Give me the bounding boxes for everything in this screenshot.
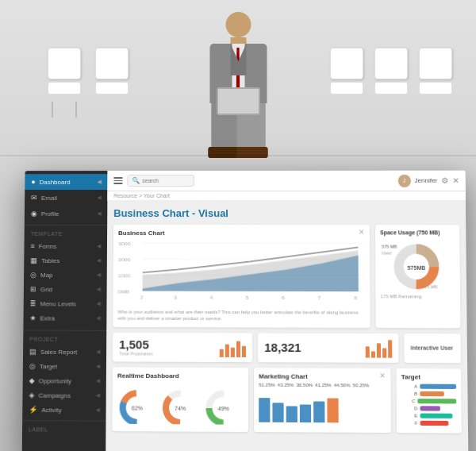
- gauge-chart-3: 49%: [203, 384, 244, 425]
- sidebar: ● Dashboard ◀ ✉ Email ◀ ◉ Profile ◀ Temp…: [22, 171, 108, 451]
- marketing-close-btn[interactable]: ✕: [379, 372, 386, 380]
- topbar-right: J Jennifer ⚙ ✕: [397, 174, 459, 187]
- opportunity-icon: ◆: [29, 376, 35, 384]
- target-bars: A B C D: [401, 384, 457, 426]
- breadcrumb: Resource > Your Chart: [107, 191, 466, 201]
- stat-value-1: 1,505: [119, 337, 153, 351]
- campaigns-icon: ◈: [29, 391, 34, 399]
- marketing-percentages: 51.25% 43.25% 36.50% 41.25% 44.50% 50.25…: [259, 382, 386, 387]
- sidebar-item-email[interactable]: ✉ Email ◀: [25, 190, 107, 206]
- line-chart-svg: 3000 2000 1000 0MB: [117, 239, 365, 303]
- search-bar[interactable]: 🔍: [127, 175, 194, 187]
- map-icon: ◎: [30, 271, 36, 279]
- realtime-title: Realtime Dashboard: [117, 372, 244, 380]
- dashboard-icon: ●: [31, 178, 35, 186]
- chair-right-1: [330, 48, 363, 102]
- svg-text:Used: Used: [382, 251, 391, 256]
- sidebar-item-opportunity[interactable]: ◆ Opportunity ◀: [23, 373, 106, 388]
- space-usage-card: Space Usage (750 MB) 575MB 575 MB: [375, 225, 461, 328]
- interactive-user-card: Interactive User: [404, 333, 461, 363]
- sidebar-section-main: ● Dashboard ◀ ✉ Email ◀ ◉ Profile ◀: [25, 171, 108, 222]
- svg-text:62%: 62%: [132, 406, 143, 411]
- close-icon[interactable]: ✕: [452, 176, 459, 185]
- svg-text:3000: 3000: [118, 241, 131, 246]
- svg-text:4: 4: [209, 295, 213, 300]
- activity-icon: ⚡: [29, 406, 37, 414]
- chart-description: Who is your audience and what are their …: [117, 309, 365, 323]
- svg-text:0MB: 0MB: [118, 289, 130, 294]
- stat-label-1: Total Population: [119, 352, 153, 357]
- chair-left-1: [48, 48, 81, 102]
- main-content: 🔍 J Jennifer ⚙ ✕ Resource > Your Chart B…: [106, 171, 468, 451]
- sidebar-item-grid[interactable]: ⊞ Grid ◀: [24, 282, 107, 296]
- sidebar-item-menu-levels[interactable]: ≣ Menu Levels ◀: [24, 296, 107, 310]
- email-icon: ✉: [31, 194, 37, 202]
- chair-right-2: [374, 48, 408, 102]
- svg-text:1000: 1000: [118, 273, 131, 278]
- chair-right-3: [419, 48, 452, 102]
- settings-icon[interactable]: ⚙: [441, 176, 448, 185]
- gauge-chart-2: 74%: [160, 384, 201, 424]
- svg-text:5: 5: [246, 295, 250, 300]
- sidebar-section-label-label: Label: [22, 424, 106, 435]
- menu-levels-icon: ≣: [30, 299, 36, 307]
- sidebar-item-sales-report[interactable]: ▤ Sales Report ◀: [23, 345, 106, 360]
- gauge-chart-1: 62%: [117, 384, 158, 424]
- chart-title: Business Chart: [118, 229, 365, 237]
- marketing-chart-card: Marketing Chart ✕ 51.25% 43.25% 36.50% 4…: [254, 368, 391, 433]
- svg-marker-9: [143, 250, 359, 291]
- marketing-title: Marketing Chart: [259, 372, 386, 380]
- grid-icon: ⊞: [30, 285, 36, 293]
- target-icon: ◎: [29, 362, 36, 370]
- target-card: Target A B C: [397, 368, 462, 434]
- svg-text:49%: 49%: [218, 406, 229, 411]
- sidebar-item-dashboard[interactable]: ● Dashboard ◀: [25, 174, 107, 190]
- hamburger-button[interactable]: [113, 177, 122, 183]
- page-content: Business Chart - Visual Business Chart ✕…: [106, 201, 468, 451]
- search-input[interactable]: [142, 178, 190, 183]
- svg-text:2: 2: [140, 295, 144, 300]
- space-title: Space Usage (750 MB): [380, 229, 455, 235]
- sidebar-item-forms[interactable]: ≡ Forms ◀: [24, 239, 107, 253]
- tables-icon: ▦: [30, 256, 37, 264]
- svg-text:8: 8: [354, 295, 358, 300]
- sidebar-item-map[interactable]: ◎ Map ◀: [24, 268, 107, 282]
- sidebar-project-label: Project: [23, 334, 106, 345]
- target-title: Target: [401, 373, 456, 381]
- stat-card-revenue: 18,321: [258, 333, 398, 362]
- sidebar-item-profile[interactable]: ◉ Profile ◀: [25, 206, 107, 222]
- svg-text:175 MB: 175 MB: [422, 284, 438, 289]
- stat-mini-bars-2: [366, 338, 393, 358]
- sidebar-item-activity[interactable]: ⚡ Activity ◀: [22, 403, 106, 418]
- sidebar-item-tables[interactable]: ▦ Tables ◀: [24, 253, 107, 268]
- svg-text:3: 3: [174, 295, 178, 300]
- stat-card-users: 1,505 Total Population: [113, 333, 252, 362]
- stat-mini-bars: [220, 337, 246, 357]
- realtime-dashboard-card: Realtime Dashboard ✕ 62%: [112, 367, 248, 431]
- svg-text:7: 7: [318, 295, 322, 300]
- profile-icon: ◉: [31, 210, 37, 218]
- sidebar-item-target[interactable]: ◎ Target ◀: [23, 359, 106, 374]
- interactive-label: Interactive User: [411, 345, 455, 351]
- chart-close-btn[interactable]: ✕: [359, 228, 365, 236]
- person-figure: [209, 12, 268, 158]
- svg-text:2000: 2000: [118, 257, 131, 262]
- svg-text:6: 6: [282, 295, 286, 300]
- sales-icon: ▤: [29, 348, 36, 356]
- extra-icon: ★: [29, 314, 36, 322]
- sidebar-template-label: Template: [25, 229, 108, 239]
- search-icon: 🔍: [132, 177, 140, 184]
- forms-icon: ≡: [30, 242, 34, 250]
- marketing-bars: [259, 390, 386, 423]
- donut-chart-svg: 575MB 575 MB Used 175 MB: [380, 238, 453, 291]
- page-title: Business Chart - Visual: [113, 207, 459, 219]
- sidebar-item-campaigns[interactable]: ◈ Campaigns ◀: [22, 387, 106, 403]
- stat-value-2: 18,321: [264, 341, 301, 354]
- topbar: 🔍 J Jennifer ⚙ ✕: [107, 171, 465, 191]
- sidebar-section-project: Project ▤ Sales Report ◀ ◎ Target ◀ ◆ Op…: [22, 334, 106, 418]
- svg-text:575 MB: 575 MB: [382, 244, 397, 249]
- sidebar-section-template: Template ≡ Forms ◀ ▦ Tables ◀ ◎ Map ◀: [23, 229, 107, 327]
- svg-text:575MB: 575MB: [407, 265, 425, 271]
- user-avatar[interactable]: J: [397, 174, 410, 187]
- sidebar-item-extra[interactable]: ★ Extra ◀: [23, 310, 106, 325]
